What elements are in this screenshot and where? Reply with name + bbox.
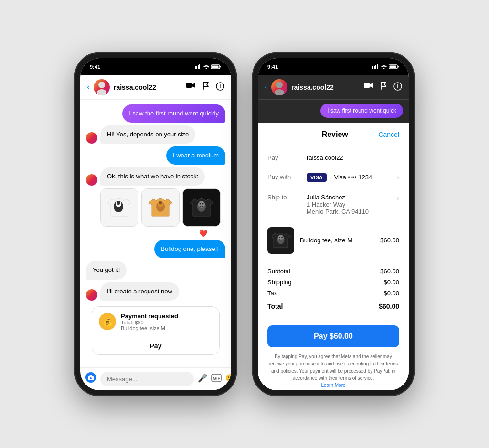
pay-with-label: Pay with — [267, 173, 301, 180]
pay-with-value-container: VISA Visa •••• 1234 › — [307, 173, 399, 182]
svg-rect-27 — [372, 66, 373, 69]
product-image-3[interactable] — [182, 188, 221, 227]
subtotal-row: Subtotal $60.00 — [267, 266, 399, 277]
chat-username-left: raissa.cool22 — [114, 83, 182, 91]
svg-point-4 — [206, 68, 207, 69]
payment-item: Bulldog tee, size M — [121, 325, 213, 331]
gif-icon[interactable]: GIF — [211, 374, 222, 384]
svg-point-18 — [159, 201, 162, 205]
chat-header-right: ‹ raissa.cool22 i — [258, 75, 409, 100]
svg-point-8 — [98, 82, 105, 88]
svg-rect-34 — [398, 66, 399, 67]
back-button-right[interactable]: ‹ — [265, 82, 267, 92]
svg-point-36 — [275, 89, 284, 95]
preview-message-bubble: I saw first round went quick — [320, 104, 403, 118]
total-label: Total — [267, 302, 283, 310]
left-phone: 9:41 ‹ raissa.cool22 — [74, 52, 237, 396]
svg-point-21 — [200, 203, 201, 205]
product-thumbnail — [267, 227, 294, 254]
chat-preview-area: I saw first round went quick — [258, 100, 409, 123]
chat-header-icons-right: i — [364, 82, 402, 93]
pay-label: Pay — [267, 154, 301, 161]
right-phone: 9:41 ‹ raissa.cool22 — [252, 52, 415, 396]
svg-point-22 — [202, 203, 204, 205]
product-name: Bulldog tee, size M — [300, 237, 374, 244]
svg-rect-2 — [198, 65, 199, 69]
info-icon[interactable]: i — [216, 82, 224, 93]
message-row: You got it! — [86, 261, 225, 279]
legal-text: By tapping Pay, you agree that Meta and … — [267, 353, 399, 389]
info-icon-right[interactable]: i — [393, 82, 402, 93]
svg-rect-28 — [374, 66, 375, 69]
avatar-right — [271, 79, 287, 95]
product-price: $60.00 — [380, 237, 399, 244]
svg-rect-37 — [364, 83, 370, 88]
subtotal-label: Subtotal — [267, 268, 290, 275]
flag-icon[interactable] — [202, 82, 209, 93]
visa-container: VISA Visa •••• 1234 — [307, 173, 372, 182]
camera-icon[interactable] — [85, 372, 96, 386]
message-input[interactable] — [100, 372, 194, 386]
message-row: I'll create a request now — [86, 282, 225, 301]
chat-username-right: raissa.cool22 — [291, 83, 360, 91]
tax-label: Tax — [267, 290, 277, 297]
shipping-label: Shipping — [267, 279, 292, 286]
sticker-icon[interactable]: 🙂 — [225, 374, 231, 384]
shipping-value: $0.00 — [383, 279, 399, 286]
svg-point-15 — [117, 201, 120, 205]
payment-text: Payment requested Total: $60 Bulldog tee… — [121, 313, 213, 331]
video-call-icon-right[interactable] — [364, 82, 373, 93]
mic-icon[interactable]: 🎤 — [198, 374, 207, 384]
ship-to-row: Ship to Julia Sánchez 1 Hacker Way Menlo… — [267, 188, 399, 221]
avatar-tiny — [86, 289, 97, 301]
pay-submit-button[interactable]: Pay $60.00 — [267, 325, 399, 347]
review-title: Review — [291, 130, 378, 139]
pay-with-chevron[interactable]: › — [397, 173, 399, 182]
message-bubble: Hi! Yes, depends on your size — [100, 125, 195, 144]
message-bubble: I wear a medium — [166, 146, 225, 165]
flag-icon-right[interactable] — [380, 82, 387, 93]
payment-info: 💰 Payment requested Total: $60 Bulldog t… — [92, 307, 219, 337]
tax-row: Tax $0.00 — [267, 288, 399, 299]
message-bubble: You got it! — [86, 261, 127, 279]
svg-rect-10 — [186, 83, 192, 88]
svg-point-35 — [276, 82, 283, 88]
scene: 9:41 ‹ raissa.cool22 — [0, 0, 489, 448]
products-row — [100, 188, 225, 227]
status-time-left: 9:41 — [90, 64, 100, 70]
svg-rect-7 — [220, 66, 221, 67]
tax-value: $0.00 — [383, 290, 399, 297]
avatar-tiny — [86, 132, 97, 144]
svg-rect-0 — [195, 66, 196, 69]
product-image-2[interactable] — [141, 188, 180, 227]
video-call-icon[interactable] — [186, 82, 196, 93]
svg-point-42 — [279, 237, 280, 238]
back-button-left[interactable]: ‹ — [87, 82, 90, 92]
messages-list: I saw the first round went quickly Hi! Y… — [80, 100, 231, 367]
heart-reaction: ❤️ — [86, 229, 211, 237]
ship-address2: Menlo Park, CA 94110 — [307, 208, 369, 215]
message-bubble: Ok, this is what we have in stock: — [100, 167, 205, 186]
svg-rect-29 — [375, 65, 376, 69]
payment-title: Payment requested — [121, 313, 213, 320]
svg-text:GIF: GIF — [213, 376, 221, 381]
svg-point-43 — [281, 237, 283, 238]
product-image-1[interactable] — [100, 188, 138, 227]
learn-more-link[interactable]: Learn More — [321, 383, 345, 388]
svg-point-24 — [90, 377, 92, 379]
visa-number: Visa •••• 1234 — [334, 174, 372, 181]
order-summary: Subtotal $60.00 Shipping $0.00 Tax $0.00… — [267, 260, 399, 318]
cancel-button[interactable]: Cancel — [378, 131, 399, 138]
chat-header-icons-left: i — [186, 82, 224, 93]
ship-label: Ship to — [267, 194, 301, 201]
chat-header-left: ‹ raissa.cool22 i — [80, 75, 231, 100]
pay-button[interactable]: Pay — [92, 337, 219, 354]
visa-badge: VISA — [307, 173, 327, 182]
svg-rect-6 — [212, 65, 219, 68]
message-row: I saw the first round went quickly — [86, 104, 225, 123]
avatar-left — [94, 79, 110, 95]
input-icons: 🎤 GIF 🙂 — [198, 374, 231, 384]
payment-icon: 💰 — [99, 313, 116, 330]
ship-chevron[interactable]: › — [397, 194, 399, 202]
pay-to-value: raissa.cool22 — [307, 154, 399, 161]
